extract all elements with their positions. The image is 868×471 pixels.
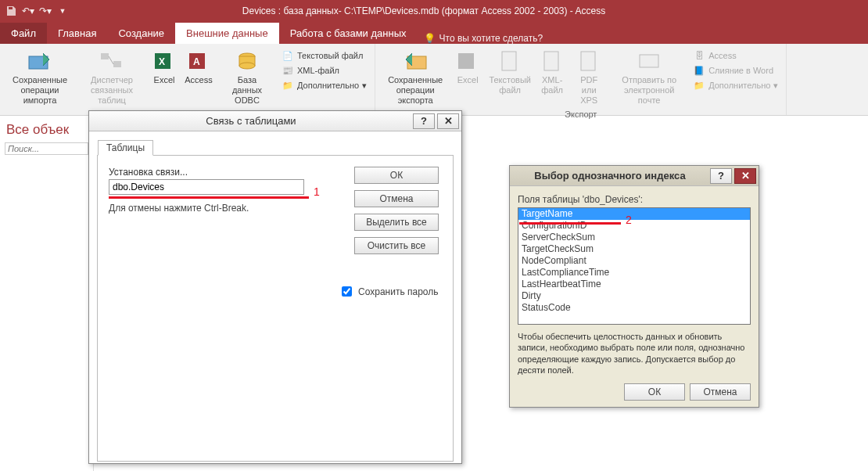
svg-rect-13: [502, 52, 516, 70]
nav-search-input[interactable]: [5, 142, 88, 155]
export-xml-button: XML-файл: [536, 47, 568, 97]
export-word-button: 📘Слияние в Word: [690, 63, 781, 77]
export-excel-button: Excel: [452, 47, 483, 87]
fields-label: Поля таблицы 'dbo_Devices':: [518, 194, 751, 205]
access-icon: A: [186, 49, 211, 74]
export-more-button: 📁Дополнительно ▾: [690, 78, 781, 92]
red-underline-2: [519, 222, 621, 225]
export-group-label: Экспорт: [565, 108, 597, 120]
ribbon-tabs: Файл Главная Создание Внешние данные Раб…: [0, 22, 868, 44]
svg-rect-12: [458, 53, 474, 69]
import-more-button[interactable]: 📁Дополнительно ▾: [278, 78, 370, 92]
xml-icon: [540, 49, 565, 74]
textfile-icon: [497, 49, 522, 74]
svg-rect-14: [544, 52, 558, 70]
tab-home[interactable]: Главная: [47, 23, 107, 44]
select-all-button[interactable]: Выделить все: [354, 214, 439, 231]
lightbulb-icon: 💡: [424, 33, 436, 44]
dialog-title: Выбор однозначного индекса: [510, 170, 710, 182]
tables-tab[interactable]: Таблицы: [98, 140, 153, 156]
ribbon: Сохраненные операции импорта Диспетчер с…: [0, 44, 868, 116]
tab-external-data[interactable]: Внешние данные: [175, 23, 279, 44]
annotation-1: 1: [314, 185, 320, 198]
annotation-2: 2: [626, 214, 632, 226]
svg-text:A: A: [193, 56, 200, 67]
unique-index-dialog: Выбор однозначного индекса ? ✕ Поля табл…: [509, 165, 759, 408]
svg-rect-3: [113, 61, 121, 67]
svg-rect-16: [640, 55, 658, 67]
import-odbc-button[interactable]: База данных ODBC: [217, 47, 277, 108]
nav-title: Все объек: [0, 116, 93, 139]
hint-text: Чтобы обеспечить целостность данных и об…: [518, 331, 751, 376]
cancel-button[interactable]: Отмена: [354, 190, 439, 207]
svg-rect-15: [581, 52, 595, 70]
import-text-button[interactable]: 📄Текстовый файл: [278, 49, 370, 63]
export-pdf-button: PDF или XPS: [569, 47, 608, 108]
field-item[interactable]: LastComplianceTime: [518, 267, 750, 279]
tab-create[interactable]: Создание: [107, 23, 175, 44]
field-item[interactable]: ServerCheckSum: [518, 232, 750, 243]
fields-listbox[interactable]: TargetNameConfigurationIDServerCheckSumT…: [518, 207, 751, 325]
more-icon: 📁: [282, 79, 294, 92]
more-icon: 📁: [693, 79, 705, 92]
setup-label: Установка связи...: [109, 167, 345, 178]
saved-exports-button[interactable]: Сохраненные операции экспорта: [380, 47, 450, 108]
odbc-icon: [235, 49, 260, 74]
excel-icon: [455, 49, 480, 74]
ok-button[interactable]: ОК: [624, 383, 685, 401]
table-name-input[interactable]: [109, 179, 304, 195]
textfile-icon: 📄: [282, 49, 294, 62]
access-icon: 🗄: [693, 49, 705, 62]
close-button[interactable]: ✕: [734, 168, 756, 184]
export-text-button: Текстовый файл: [485, 47, 535, 97]
import-access-button[interactable]: A Access: [181, 47, 216, 87]
cancel-hint: Для отмены нажмите Ctrl-Break.: [109, 203, 345, 214]
save-password-checkbox[interactable]: Сохранить пароль: [339, 284, 442, 299]
help-button[interactable]: ?: [413, 113, 435, 129]
svg-rect-0: [9, 7, 13, 9]
saved-imports-icon: [27, 49, 52, 74]
field-item[interactable]: TargetName: [518, 208, 750, 220]
export-email-button: Отправить по электронной почте: [610, 47, 688, 108]
navigation-pane: Все объек: [0, 116, 94, 471]
titlebar: ↶▾ ↷▾ ▼ Devices : база данных- C:\TEMP\D…: [0, 0, 868, 22]
saved-imports-button[interactable]: Сохраненные операции импорта: [5, 47, 75, 108]
import-excel-button[interactable]: X Excel: [149, 47, 180, 87]
close-button[interactable]: ✕: [437, 113, 459, 129]
svg-text:X: X: [159, 56, 165, 67]
linked-table-manager-button: Диспетчер связанных таблиц: [77, 47, 147, 108]
app-title: Devices : база данных- C:\TEMP\Devices.m…: [74, 5, 774, 16]
linked-tables-icon: [99, 49, 124, 74]
import-xml-button[interactable]: 📰XML-файл: [278, 63, 370, 77]
link-tables-dialog: Связь с таблицами ? ✕ Таблицы Установка …: [88, 110, 462, 464]
field-item[interactable]: LastHeartbeatTime: [518, 279, 750, 290]
field-item[interactable]: NodeCompliant: [518, 255, 750, 267]
dialog-title: Связь с таблицами: [89, 115, 413, 127]
excel-icon: X: [152, 49, 177, 74]
tab-dbtools[interactable]: Работа с базами данных: [279, 23, 418, 44]
field-item[interactable]: TargetCheckSum: [518, 243, 750, 255]
saved-exports-icon: [403, 49, 428, 74]
save-icon[interactable]: [5, 5, 17, 17]
svg-point-10: [239, 63, 255, 69]
field-item[interactable]: StatusCode: [518, 302, 750, 314]
clear-all-button[interactable]: Очистить все: [354, 237, 439, 254]
svg-rect-2: [101, 53, 109, 59]
field-item[interactable]: Dirty: [518, 290, 750, 302]
email-icon: [637, 49, 662, 74]
tab-file[interactable]: Файл: [0, 23, 47, 44]
xml-icon: 📰: [282, 64, 294, 77]
undo-icon[interactable]: ↶▾: [22, 5, 34, 17]
help-button[interactable]: ?: [710, 168, 732, 184]
word-icon: 📘: [693, 64, 705, 77]
ok-button[interactable]: ОК: [354, 167, 439, 184]
cancel-button[interactable]: Отмена: [690, 383, 751, 401]
red-underline-1: [109, 196, 309, 199]
tell-me[interactable]: 💡 Что вы хотите сделать?: [418, 33, 550, 44]
pdf-icon: [576, 49, 601, 74]
qat-customize-icon[interactable]: ▼: [56, 5, 69, 17]
redo-icon[interactable]: ↷▾: [39, 5, 52, 17]
export-access-button: 🗄Access: [690, 49, 781, 63]
